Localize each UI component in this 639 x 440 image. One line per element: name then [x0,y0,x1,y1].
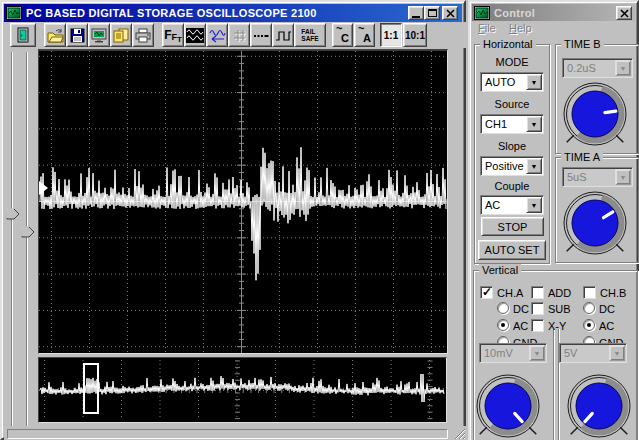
step-signal-button[interactable] [272,23,294,47]
vertical-group: Vertical CH.A ADD CH.B DC SUB DC AC X-Y … [473,270,638,440]
add-checkbox[interactable] [531,286,544,299]
ch-a-dc-label: DC [513,303,529,315]
save-icon [70,28,85,43]
source-combobox[interactable]: CH1 ▼ [480,114,544,134]
ch-b-checkbox[interactable] [583,286,596,299]
mode-label: MODE [475,56,549,68]
display-button[interactable] [88,23,110,47]
xy-label: X-Y [548,320,566,332]
couple-label: Couple [475,180,549,192]
close-button[interactable] [442,6,458,20]
copy-button[interactable] [110,23,132,47]
horizontal-group-label: Horizontal [480,38,536,50]
fft-label: F [164,28,171,42]
chevron-down-icon[interactable]: ▼ [526,158,542,174]
failsafe-label-1: FAIL [301,28,318,35]
close-icon [446,9,455,18]
step-signal-icon [275,28,292,43]
control-window-title: Control [494,7,535,19]
dual-trace-button[interactable] [184,23,206,47]
print-button[interactable] [132,23,154,47]
main-scope-display [39,51,447,353]
ch-a-ac-radio[interactable] [497,319,509,331]
cal-a-label: A [363,32,371,44]
ch-b-ac-radio[interactable] [583,319,595,331]
slider-track-a[interactable] [11,52,13,426]
divider [554,329,555,440]
slope-combobox[interactable]: Positive ▼ [480,156,544,176]
time-b-value: 0.2uS [567,62,596,74]
menu-file[interactable]: File [478,22,496,34]
chevron-down-icon: ▼ [529,345,545,361]
time-a-group-label: TIME A [561,151,603,163]
slider-thumb-a[interactable] [6,208,20,220]
xy-checkbox[interactable] [531,319,544,332]
dotted-line-icon [253,28,269,43]
couple-combobox[interactable]: AC ▼ [480,195,544,215]
time-a-knob[interactable] [559,187,631,259]
control-close-button[interactable] [616,6,632,20]
cal-c-button[interactable]: ~ C [332,23,353,47]
chevron-down-icon[interactable]: ▼ [526,74,542,90]
cal-a-button[interactable]: ~ A [354,23,375,47]
mode-combobox[interactable]: AUTO ▼ [480,72,544,92]
menu-help[interactable]: Help [509,22,532,34]
chevron-down-icon[interactable]: ▼ [526,197,542,213]
overview-display [39,358,446,422]
ratio-1-1-button[interactable]: 1:1 [380,23,402,47]
fft-button[interactable]: FFT [162,23,184,47]
slope-value: Positive [485,160,524,172]
ch-a-range-value: 10mV [484,347,513,359]
slider-thumb-b[interactable] [21,226,35,238]
ch-a-checkbox[interactable] [480,286,493,299]
grid-button[interactable] [228,23,250,47]
control-menubar: File Help [472,21,635,36]
app-icon [6,6,22,20]
couple-value: AC [485,199,500,211]
mode-value: AUTO [485,76,515,88]
ratio-1-1-label: 1:1 [384,30,398,41]
open-folder-icon [47,28,64,43]
ch-a-knob[interactable] [472,370,544,440]
resize-grip[interactable] [452,426,465,439]
time-b-combobox[interactable]: 0.2uS ▼ [562,58,633,78]
sub-checkbox[interactable] [531,302,544,315]
ratio-10-1-label: 10:1 [405,30,425,41]
dotted-line-button[interactable] [250,23,272,47]
ch-b-dc-label: DC [599,303,615,315]
ch-b-dc-radio[interactable] [583,302,595,314]
ch-b-range-combobox[interactable]: 5V ▼ [559,343,627,363]
maximize-button[interactable] [424,6,440,20]
slider-track-b[interactable] [26,52,28,426]
failsafe-button[interactable]: FAILSAFE [294,23,326,47]
chevron-down-icon[interactable]: ▼ [526,116,542,132]
maximize-icon [428,9,437,17]
minimize-icon [412,16,420,18]
autoset-button[interactable]: AUTO SET [478,240,546,260]
time-a-combobox[interactable]: 5uS ▼ [562,167,633,187]
time-b-knob[interactable] [559,78,631,150]
time-a-group: TIME A 5uS ▼ [555,157,639,263]
overview-selection[interactable] [83,363,99,414]
single-capture-button[interactable] [206,23,228,47]
open-button[interactable] [44,23,66,47]
sub-label: SUB [548,303,571,315]
main-titlebar[interactable]: PC BASED DIGITAL STORAGE OSCILLOSCOPE 21… [4,4,462,22]
ch-a-range-combobox[interactable]: 10mV ▼ [479,343,547,363]
add-label: ADD [548,287,571,299]
oscilloscope-window: PC BASED DIGITAL STORAGE OSCILLOSCOPE 21… [0,0,466,440]
time-b-group: TIME B 0.2uS ▼ [555,44,639,154]
minimize-button[interactable] [408,6,424,20]
ratio-10-1-button[interactable]: 10:1 [403,23,427,47]
exit-button[interactable] [10,23,36,47]
ch-b-knob[interactable] [563,370,635,440]
autoset-label: AUTO SET [485,244,540,256]
save-button[interactable] [66,23,88,47]
printer-icon [135,28,151,43]
stop-button[interactable]: STOP [481,217,544,236]
exit-icon [15,27,31,43]
ch-a-dc-radio[interactable] [497,302,509,314]
dual-trace-icon [186,28,204,43]
status-bar [4,426,466,440]
control-titlebar[interactable]: Control [472,4,635,22]
